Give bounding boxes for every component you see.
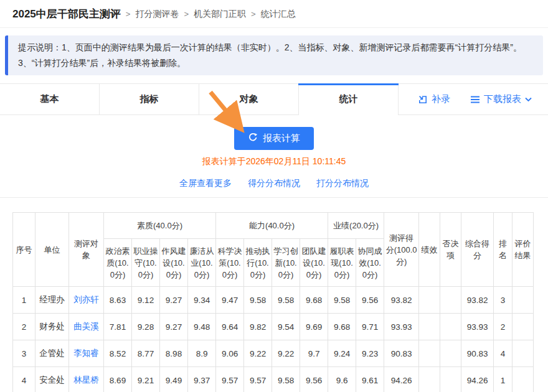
table-cell: 9.54 <box>272 314 300 340</box>
notice-banner: 提示说明：1、页面中的测评结果为最后一次计算的结果（非实时）。2、当指标、对象、… <box>5 35 543 75</box>
column-header: 团队建设(10.0分) <box>300 239 328 287</box>
download-report-button[interactable]: 下载报表 <box>470 93 532 105</box>
table-cell <box>419 287 440 314</box>
table-cell: 9.58 <box>328 287 356 314</box>
column-header: 履职表现(10.0分) <box>328 239 356 287</box>
column-header: 序号 <box>13 213 35 287</box>
link-rating-distribution[interactable]: 打分分布情况 <box>316 178 369 189</box>
refresh-icon <box>248 133 258 144</box>
chevron-down-icon <box>525 97 532 102</box>
table-cell: 9.23 <box>356 340 384 367</box>
column-header: 学习创新(10.0分) <box>272 239 300 287</box>
breadcrumb-separator: > <box>184 9 189 19</box>
table-cell: 9.21 <box>132 367 160 392</box>
breadcrumb-separator: > <box>126 9 131 19</box>
evaluatee-link[interactable]: 曲美溪 <box>69 314 104 340</box>
table-cell: 9.7 <box>300 340 328 367</box>
table-cell: 9.56 <box>356 287 384 314</box>
table-cell <box>513 287 534 314</box>
table-cell <box>419 340 440 367</box>
table-cell: 93.82 <box>461 287 494 314</box>
link-score-distribution[interactable]: 得分分布情况 <box>248 178 300 189</box>
table-cell: 9.68 <box>328 314 356 340</box>
table-cell: 7.81 <box>104 314 132 340</box>
evaluatee-link[interactable]: 刘亦轩 <box>69 287 104 314</box>
download-report-label: 下载报表 <box>484 93 521 105</box>
table-cell: 财务处 <box>35 314 69 340</box>
table-cell: 安全处 <box>35 367 69 392</box>
column-header: 单位 <box>35 213 69 287</box>
tab-basic[interactable]: 基本 <box>0 84 100 114</box>
table-cell <box>440 314 461 340</box>
table-cell: 9.34 <box>188 287 216 314</box>
table-cell: 9.27 <box>160 287 188 314</box>
page: 2025中层干部民主测评 > 打分测评卷 > 机关部门正职 > 统计汇总 提示说… <box>0 0 548 392</box>
column-header: 测评对象 <box>69 213 104 287</box>
supplement-button[interactable]: 补录 <box>418 93 450 105</box>
table-cell: 企管处 <box>35 340 69 367</box>
breadcrumb: 2025中层干部民主测评 > 打分测评卷 > 机关部门正职 > 统计汇总 <box>0 0 548 28</box>
table-cell: 9.68 <box>300 287 328 314</box>
column-header: 廉洁从业(10.0分) <box>188 239 216 287</box>
table-cell: 3 <box>494 287 513 314</box>
table-cell: 94.26 <box>461 367 494 392</box>
tab-statistics[interactable]: 统计 <box>299 84 399 114</box>
table-cell: 93.93 <box>384 314 419 340</box>
table-cell: 9.61 <box>356 367 384 392</box>
table-cell: 9.22 <box>244 340 272 367</box>
breadcrumb-item-survey[interactable]: 打分测评卷 <box>135 9 179 20</box>
calc-timestamp: 报表计算于2026年02月11日 10:11:45 <box>0 156 548 167</box>
stats-table: 序号单位测评对象素质(40.0分)能力(40.0分)业绩(20.0分)测评得分(… <box>12 212 534 392</box>
table-cell: 94.26 <box>384 367 419 392</box>
table-row: 1经理办刘亦轩8.639.129.279.349.479.589.589.689… <box>13 287 534 314</box>
table-cell: 9.27 <box>160 314 188 340</box>
table-cell <box>513 367 534 392</box>
link-fullscreen-more[interactable]: 全屏查看更多 <box>179 178 232 189</box>
table-cell: 8.63 <box>104 287 132 314</box>
table-cell: 90.83 <box>384 340 419 367</box>
table-cell <box>440 287 461 314</box>
column-header: 素质(40.0分) <box>104 213 216 239</box>
supplement-label: 补录 <box>432 93 450 105</box>
evaluatee-link[interactable]: 李知睿 <box>69 340 104 367</box>
breadcrumb-item-stats: 统计汇总 <box>261 9 296 20</box>
table-cell: 8.9 <box>188 340 216 367</box>
column-header: 职业操守(10.0分) <box>132 239 160 287</box>
tab-objects-label: 对象 <box>240 93 258 105</box>
table-row: 3企管处李知睿8.528.778.988.99.069.229.229.79.2… <box>13 340 534 367</box>
table-cell: 2 <box>494 314 513 340</box>
table-cell: 9.47 <box>216 287 244 314</box>
column-header: 科学决策(10.0分) <box>216 239 244 287</box>
tab-statistics-label: 统计 <box>339 93 358 105</box>
table-cell: 4 <box>13 367 35 392</box>
table-cell: 9.56 <box>300 367 328 392</box>
table-cell: 93.93 <box>461 314 494 340</box>
table-cell: 8.77 <box>132 340 160 367</box>
table-cell: 9.49 <box>160 367 188 392</box>
table-cell: 1 <box>13 287 35 314</box>
table-cell <box>419 314 440 340</box>
table-cell: 9.57 <box>216 367 244 392</box>
column-header: 评价结果 <box>513 213 534 287</box>
report-calculate-button[interactable]: 报表计算 <box>234 127 314 150</box>
evaluatee-link[interactable]: 林星桥 <box>69 367 104 392</box>
table-cell: 9.64 <box>216 314 244 340</box>
table-cell: 3 <box>13 340 35 367</box>
column-header: 综合得分 <box>461 213 494 287</box>
table-cell <box>440 340 461 367</box>
column-header: 绩效 <box>419 213 440 287</box>
table-cell: 9.22 <box>272 340 300 367</box>
table-cell: 8.69 <box>104 367 132 392</box>
stats-table-wrap: 序号单位测评对象素质(40.0分)能力(40.0分)业绩(20.0分)测评得分(… <box>12 212 536 392</box>
column-header: 否决项 <box>440 213 461 287</box>
column-header: 推动执行(10.0分) <box>244 239 272 287</box>
section-divider <box>0 197 548 198</box>
tab-bar: 基本 指标 对象 统计 补录 <box>0 83 548 115</box>
table-cell: 9.82 <box>244 314 272 340</box>
table-cell: 经理办 <box>35 287 69 314</box>
table-row: 2财务处曲美溪7.819.289.279.489.649.829.549.699… <box>13 314 534 340</box>
breadcrumb-item-group[interactable]: 机关部门正职 <box>194 9 246 20</box>
tab-indicators[interactable]: 指标 <box>100 84 199 114</box>
tab-objects[interactable]: 对象 <box>199 84 299 114</box>
table-cell: 1 <box>494 367 513 392</box>
